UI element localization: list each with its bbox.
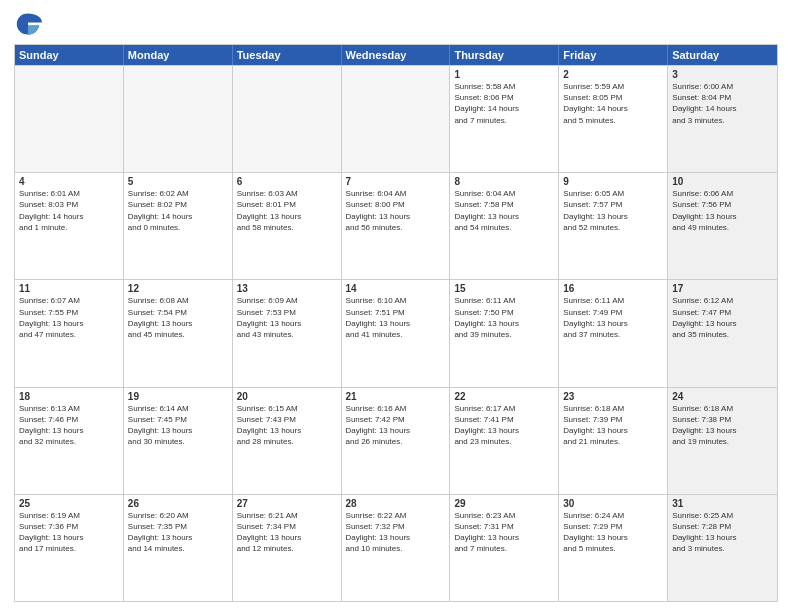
day-cell-19: 19Sunrise: 6:14 AM Sunset: 7:45 PM Dayli… <box>124 388 233 494</box>
day-cell-empty-0-2 <box>233 66 342 172</box>
day-cell-16: 16Sunrise: 6:11 AM Sunset: 7:49 PM Dayli… <box>559 280 668 386</box>
day-number: 9 <box>563 176 663 187</box>
day-number: 22 <box>454 391 554 402</box>
day-number: 3 <box>672 69 773 80</box>
day-cell-empty-0-0 <box>15 66 124 172</box>
day-info: Sunrise: 6:05 AM Sunset: 7:57 PM Dayligh… <box>563 188 663 233</box>
day-cell-21: 21Sunrise: 6:16 AM Sunset: 7:42 PM Dayli… <box>342 388 451 494</box>
day-cell-29: 29Sunrise: 6:23 AM Sunset: 7:31 PM Dayli… <box>450 495 559 601</box>
logo-icon <box>14 10 42 38</box>
week-row-1: 1Sunrise: 5:58 AM Sunset: 8:06 PM Daylig… <box>15 65 777 172</box>
weekday-header-tuesday: Tuesday <box>233 45 342 65</box>
day-number: 15 <box>454 283 554 294</box>
day-cell-8: 8Sunrise: 6:04 AM Sunset: 7:58 PM Daylig… <box>450 173 559 279</box>
day-cell-11: 11Sunrise: 6:07 AM Sunset: 7:55 PM Dayli… <box>15 280 124 386</box>
day-number: 31 <box>672 498 773 509</box>
day-number: 23 <box>563 391 663 402</box>
day-info: Sunrise: 6:19 AM Sunset: 7:36 PM Dayligh… <box>19 510 119 555</box>
day-cell-22: 22Sunrise: 6:17 AM Sunset: 7:41 PM Dayli… <box>450 388 559 494</box>
day-cell-5: 5Sunrise: 6:02 AM Sunset: 8:02 PM Daylig… <box>124 173 233 279</box>
day-number: 17 <box>672 283 773 294</box>
day-info: Sunrise: 6:06 AM Sunset: 7:56 PM Dayligh… <box>672 188 773 233</box>
week-row-3: 11Sunrise: 6:07 AM Sunset: 7:55 PM Dayli… <box>15 279 777 386</box>
day-cell-20: 20Sunrise: 6:15 AM Sunset: 7:43 PM Dayli… <box>233 388 342 494</box>
week-row-2: 4Sunrise: 6:01 AM Sunset: 8:03 PM Daylig… <box>15 172 777 279</box>
day-info: Sunrise: 6:21 AM Sunset: 7:34 PM Dayligh… <box>237 510 337 555</box>
day-number: 25 <box>19 498 119 509</box>
day-number: 26 <box>128 498 228 509</box>
day-cell-14: 14Sunrise: 6:10 AM Sunset: 7:51 PM Dayli… <box>342 280 451 386</box>
day-info: Sunrise: 6:04 AM Sunset: 7:58 PM Dayligh… <box>454 188 554 233</box>
weekday-header-wednesday: Wednesday <box>342 45 451 65</box>
day-cell-30: 30Sunrise: 6:24 AM Sunset: 7:29 PM Dayli… <box>559 495 668 601</box>
day-cell-1: 1Sunrise: 5:58 AM Sunset: 8:06 PM Daylig… <box>450 66 559 172</box>
weekday-header-friday: Friday <box>559 45 668 65</box>
page: SundayMondayTuesdayWednesdayThursdayFrid… <box>0 0 792 612</box>
day-cell-26: 26Sunrise: 6:20 AM Sunset: 7:35 PM Dayli… <box>124 495 233 601</box>
day-info: Sunrise: 6:15 AM Sunset: 7:43 PM Dayligh… <box>237 403 337 448</box>
day-number: 5 <box>128 176 228 187</box>
day-info: Sunrise: 6:17 AM Sunset: 7:41 PM Dayligh… <box>454 403 554 448</box>
day-cell-3: 3Sunrise: 6:00 AM Sunset: 8:04 PM Daylig… <box>668 66 777 172</box>
day-info: Sunrise: 6:20 AM Sunset: 7:35 PM Dayligh… <box>128 510 228 555</box>
day-info: Sunrise: 6:13 AM Sunset: 7:46 PM Dayligh… <box>19 403 119 448</box>
day-info: Sunrise: 6:14 AM Sunset: 7:45 PM Dayligh… <box>128 403 228 448</box>
day-info: Sunrise: 6:25 AM Sunset: 7:28 PM Dayligh… <box>672 510 773 555</box>
weekday-header-sunday: Sunday <box>15 45 124 65</box>
header <box>14 10 778 38</box>
day-info: Sunrise: 6:03 AM Sunset: 8:01 PM Dayligh… <box>237 188 337 233</box>
day-number: 12 <box>128 283 228 294</box>
day-info: Sunrise: 6:24 AM Sunset: 7:29 PM Dayligh… <box>563 510 663 555</box>
day-info: Sunrise: 6:09 AM Sunset: 7:53 PM Dayligh… <box>237 295 337 340</box>
day-cell-7: 7Sunrise: 6:04 AM Sunset: 8:00 PM Daylig… <box>342 173 451 279</box>
day-info: Sunrise: 6:23 AM Sunset: 7:31 PM Dayligh… <box>454 510 554 555</box>
day-number: 27 <box>237 498 337 509</box>
weekday-header-saturday: Saturday <box>668 45 777 65</box>
day-info: Sunrise: 6:07 AM Sunset: 7:55 PM Dayligh… <box>19 295 119 340</box>
day-cell-24: 24Sunrise: 6:18 AM Sunset: 7:38 PM Dayli… <box>668 388 777 494</box>
day-cell-25: 25Sunrise: 6:19 AM Sunset: 7:36 PM Dayli… <box>15 495 124 601</box>
day-cell-31: 31Sunrise: 6:25 AM Sunset: 7:28 PM Dayli… <box>668 495 777 601</box>
day-cell-28: 28Sunrise: 6:22 AM Sunset: 7:32 PM Dayli… <box>342 495 451 601</box>
day-info: Sunrise: 6:16 AM Sunset: 7:42 PM Dayligh… <box>346 403 446 448</box>
day-number: 14 <box>346 283 446 294</box>
day-number: 28 <box>346 498 446 509</box>
calendar: SundayMondayTuesdayWednesdayThursdayFrid… <box>14 44 778 602</box>
day-info: Sunrise: 6:18 AM Sunset: 7:38 PM Dayligh… <box>672 403 773 448</box>
calendar-header: SundayMondayTuesdayWednesdayThursdayFrid… <box>15 45 777 65</box>
day-number: 19 <box>128 391 228 402</box>
day-info: Sunrise: 6:11 AM Sunset: 7:49 PM Dayligh… <box>563 295 663 340</box>
day-info: Sunrise: 6:01 AM Sunset: 8:03 PM Dayligh… <box>19 188 119 233</box>
day-number: 13 <box>237 283 337 294</box>
day-info: Sunrise: 6:08 AM Sunset: 7:54 PM Dayligh… <box>128 295 228 340</box>
day-number: 6 <box>237 176 337 187</box>
weekday-header-thursday: Thursday <box>450 45 559 65</box>
day-number: 8 <box>454 176 554 187</box>
day-cell-empty-0-3 <box>342 66 451 172</box>
day-number: 16 <box>563 283 663 294</box>
day-cell-23: 23Sunrise: 6:18 AM Sunset: 7:39 PM Dayli… <box>559 388 668 494</box>
day-info: Sunrise: 5:58 AM Sunset: 8:06 PM Dayligh… <box>454 81 554 126</box>
day-cell-13: 13Sunrise: 6:09 AM Sunset: 7:53 PM Dayli… <box>233 280 342 386</box>
day-cell-9: 9Sunrise: 6:05 AM Sunset: 7:57 PM Daylig… <box>559 173 668 279</box>
day-number: 1 <box>454 69 554 80</box>
day-number: 2 <box>563 69 663 80</box>
day-number: 24 <box>672 391 773 402</box>
day-info: Sunrise: 6:10 AM Sunset: 7:51 PM Dayligh… <box>346 295 446 340</box>
day-cell-15: 15Sunrise: 6:11 AM Sunset: 7:50 PM Dayli… <box>450 280 559 386</box>
day-number: 10 <box>672 176 773 187</box>
week-row-4: 18Sunrise: 6:13 AM Sunset: 7:46 PM Dayli… <box>15 387 777 494</box>
calendar-body: 1Sunrise: 5:58 AM Sunset: 8:06 PM Daylig… <box>15 65 777 601</box>
week-row-5: 25Sunrise: 6:19 AM Sunset: 7:36 PM Dayli… <box>15 494 777 601</box>
day-number: 30 <box>563 498 663 509</box>
day-cell-18: 18Sunrise: 6:13 AM Sunset: 7:46 PM Dayli… <box>15 388 124 494</box>
day-info: Sunrise: 6:00 AM Sunset: 8:04 PM Dayligh… <box>672 81 773 126</box>
day-cell-4: 4Sunrise: 6:01 AM Sunset: 8:03 PM Daylig… <box>15 173 124 279</box>
day-number: 18 <box>19 391 119 402</box>
day-info: Sunrise: 6:04 AM Sunset: 8:00 PM Dayligh… <box>346 188 446 233</box>
day-cell-10: 10Sunrise: 6:06 AM Sunset: 7:56 PM Dayli… <box>668 173 777 279</box>
day-info: Sunrise: 6:18 AM Sunset: 7:39 PM Dayligh… <box>563 403 663 448</box>
day-cell-17: 17Sunrise: 6:12 AM Sunset: 7:47 PM Dayli… <box>668 280 777 386</box>
day-number: 21 <box>346 391 446 402</box>
day-number: 11 <box>19 283 119 294</box>
